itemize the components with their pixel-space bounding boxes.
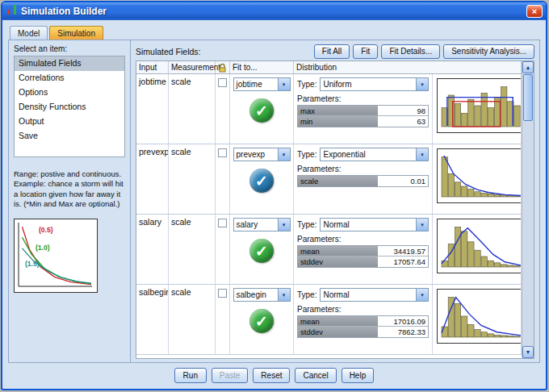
distribution-type-dropdown[interactable]: Normal ▾ <box>320 288 429 302</box>
param-value[interactable]: 63 <box>378 116 428 127</box>
tab-model[interactable]: Model <box>10 26 48 40</box>
lock-checkbox[interactable] <box>218 219 227 227</box>
tab-simulation[interactable]: Simulation <box>49 26 103 40</box>
fit-to-dropdown[interactable]: jobtime ▾ <box>233 77 291 91</box>
parameters-table: mean34419.57 stddev17057.64 <box>297 245 429 268</box>
window-title: Simulation Builder <box>21 6 523 17</box>
distribution-thumbnail <box>437 148 522 203</box>
type-label: Type: <box>297 150 316 159</box>
distribution-type-dropdown[interactable]: Exponential ▾ <box>320 148 429 161</box>
distribution-type-dropdown[interactable]: Normal ▾ <box>320 218 429 231</box>
sidebar-item-density-functions[interactable]: Density Functions <box>15 100 124 115</box>
close-icon: × <box>532 7 537 16</box>
distribution-type-value: Uniform <box>321 78 416 90</box>
simulated-fields-label: Simulated Fields: <box>136 47 201 56</box>
paste-button: Paste <box>212 368 249 383</box>
chevron-down-icon: ▾ <box>416 148 428 161</box>
sidebar-item-save[interactable]: Save <box>15 129 124 144</box>
legend-label-0: (0.5) <box>39 226 52 234</box>
measurement-cell: scale <box>169 285 216 354</box>
distribution-thumbnail <box>437 78 522 133</box>
parameters-label: Parameters: <box>297 305 429 314</box>
legend-label-1: (1.0) <box>36 244 49 252</box>
fit-status-icon: ✓ <box>249 98 274 123</box>
app-icon <box>6 4 18 19</box>
simulation-tab-panel: Select an item: Simulated Fields Correla… <box>8 40 540 363</box>
lock-checkbox[interactable] <box>218 289 227 298</box>
parameters-label: Parameters: <box>297 235 429 244</box>
param-value[interactable]: 98 <box>378 106 428 115</box>
param-name: max <box>298 106 378 115</box>
table-scrollbar[interactable]: ▲ ▼ <box>522 61 534 358</box>
fit-button[interactable]: Fit <box>353 44 378 59</box>
sensitivity-analysis-button[interactable]: Sensitivity Analysis... <box>443 44 534 59</box>
density-preview-chart: (0.5) (1.0) (1.5) <box>14 219 98 293</box>
param-value[interactable]: 17057.64 <box>378 256 428 267</box>
titlebar[interactable]: Simulation Builder × <box>2 2 546 20</box>
fit-status-icon: ✓ <box>249 169 274 193</box>
param-value[interactable]: 7862.33 <box>378 327 428 337</box>
close-button[interactable]: × <box>526 5 543 18</box>
type-label: Type: <box>297 220 316 229</box>
chevron-down-icon: ▾ <box>416 289 428 301</box>
lock-checkbox[interactable] <box>218 78 227 87</box>
param-name: mean <box>298 316 378 326</box>
lock-checkbox[interactable] <box>218 148 227 157</box>
item-list: Simulated Fields Correlations Options De… <box>14 56 125 157</box>
measurement-cell: scale <box>169 74 216 144</box>
chevron-down-icon: ▾ <box>278 219 290 231</box>
parameters-table: mean17016.09 stddev7862.33 <box>297 315 429 338</box>
reset-button[interactable]: Reset <box>253 368 290 383</box>
parameters-table: scale0.01 <box>297 175 429 187</box>
table-row: salary scale salary ▾ ✓ <box>136 215 522 285</box>
parameters-label: Parameters: <box>297 94 429 103</box>
sidebar-item-simulated-fields[interactable]: Simulated Fields <box>15 56 124 71</box>
fit-to-value: salbegin <box>234 289 278 301</box>
help-button[interactable]: Help <box>342 368 375 383</box>
col-header-input: Input <box>136 61 169 73</box>
fit-all-button[interactable]: Fit All <box>314 44 350 59</box>
param-name: min <box>298 116 378 127</box>
input-cell: salary <box>136 215 169 284</box>
chevron-down-icon: ▾ <box>278 289 290 301</box>
scrollbar-track <box>522 122 534 346</box>
param-name: stddev <box>298 256 378 267</box>
measurement-cell: scale <box>169 144 216 214</box>
chevron-down-icon: ▾ <box>278 78 290 90</box>
col-header-fit-to: Fit to... <box>230 61 294 73</box>
param-value[interactable]: 17016.09 <box>378 316 428 326</box>
fit-to-dropdown[interactable]: salary ▾ <box>233 218 291 231</box>
fit-status-icon: ✓ <box>249 309 274 333</box>
simulated-fields-table: Input Measurement Fit to... Distribution… <box>136 60 534 359</box>
sidebar-item-options[interactable]: Options <box>15 85 124 100</box>
fit-to-dropdown[interactable]: prevexp ▾ <box>233 148 291 161</box>
scroll-up-icon[interactable]: ▲ <box>522 61 534 73</box>
table-row: salbegin scale salbegin ▾ ✓ <box>136 285 522 355</box>
distribution-type-dropdown[interactable]: Uniform ▾ <box>320 77 429 91</box>
cancel-button[interactable]: Cancel <box>295 368 336 383</box>
main-header: Simulated Fields: Fit All Fit Fit Detail… <box>136 43 534 60</box>
run-button[interactable]: Run <box>174 368 207 383</box>
sidebar-item-output[interactable]: Output <box>15 115 124 129</box>
param-name: scale <box>298 176 378 186</box>
chevron-down-icon: ▾ <box>416 78 428 90</box>
fit-to-dropdown[interactable]: salbegin ▾ <box>233 288 291 302</box>
distribution-type-value: Exponential <box>321 148 416 161</box>
parameters-label: Parameters: <box>297 165 429 173</box>
distribution-type-value: Normal <box>321 219 416 231</box>
param-value[interactable]: 0.01 <box>378 176 428 186</box>
select-item-label: Select an item: <box>14 44 125 53</box>
table-row: prevexp scale prevexp ▾ ✓ <box>136 144 522 215</box>
sidebar-item-correlations[interactable]: Correlations <box>15 71 124 85</box>
fit-to-value: jobtime <box>234 78 278 90</box>
fit-details-button[interactable]: Fit Details... <box>381 44 440 59</box>
tab-bar: Model Simulation <box>2 20 546 40</box>
param-value[interactable]: 34419.57 <box>378 246 428 256</box>
measurement-cell: scale <box>169 215 216 284</box>
fit-status-icon: ✓ <box>249 239 274 263</box>
scroll-down-icon[interactable]: ▼ <box>522 346 534 358</box>
table-header-row: Input Measurement Fit to... Distribution <box>136 61 522 74</box>
col-header-distribution: Distribution <box>294 61 522 73</box>
type-label: Type: <box>297 290 316 299</box>
scrollbar-thumb[interactable] <box>523 74 533 121</box>
